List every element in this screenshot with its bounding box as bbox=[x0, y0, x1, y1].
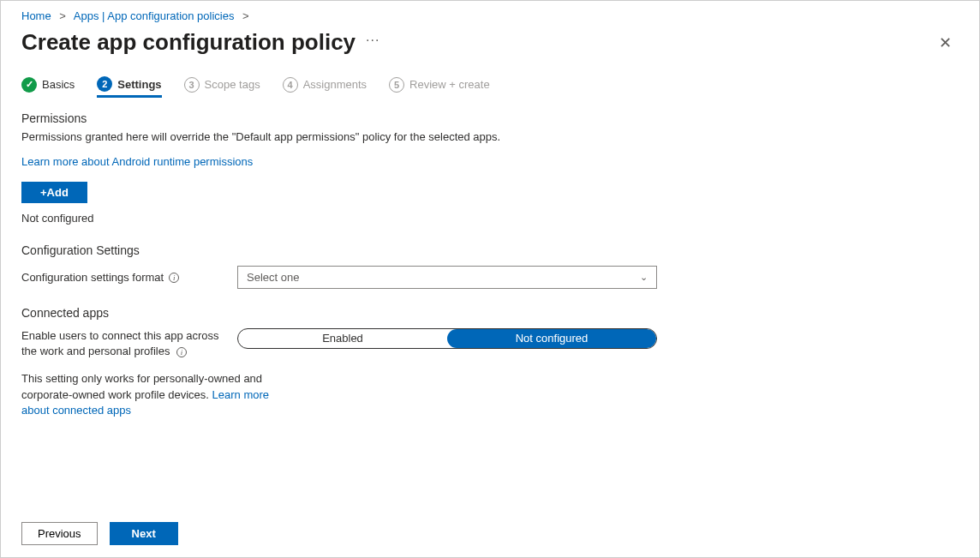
config-format-label: Configuration settings format i bbox=[21, 271, 237, 284]
learn-permissions-link[interactable]: Learn more about Android runtime permiss… bbox=[21, 155, 253, 168]
page-title: Create app configuration policy bbox=[21, 29, 356, 56]
permissions-status: Not configured bbox=[21, 212, 959, 225]
tab-label: Assignments bbox=[303, 78, 367, 91]
info-icon[interactable]: i bbox=[169, 273, 179, 283]
step-number-icon: 2 bbox=[97, 76, 112, 92]
close-icon[interactable]: ✕ bbox=[932, 30, 959, 56]
toggle-not-configured[interactable]: Not configured bbox=[447, 329, 656, 348]
chevron-right-icon: > bbox=[242, 9, 249, 22]
config-settings-heading: Configuration Settings bbox=[21, 243, 959, 257]
more-icon[interactable]: ··· bbox=[366, 33, 379, 48]
connected-apps-note: This setting only works for personally-o… bbox=[21, 371, 287, 418]
step-number-icon: 5 bbox=[389, 77, 404, 93]
next-button[interactable]: Next bbox=[110, 522, 178, 545]
chevron-down-icon: ⌄ bbox=[640, 272, 648, 283]
connected-apps-label: Enable users to connect this app across … bbox=[21, 328, 237, 359]
previous-button[interactable]: Previous bbox=[21, 522, 98, 545]
connected-apps-toggle[interactable]: Enabled Not configured bbox=[237, 328, 657, 349]
chevron-right-icon: > bbox=[59, 9, 66, 22]
connected-apps-heading: Connected apps bbox=[21, 306, 959, 320]
select-placeholder: Select one bbox=[247, 271, 299, 284]
footer-buttons: Previous Next bbox=[1, 510, 979, 557]
breadcrumb-apps[interactable]: Apps | App configuration policies bbox=[74, 9, 235, 22]
tab-label: Basics bbox=[42, 78, 75, 91]
tab-settings[interactable]: 2 Settings bbox=[97, 76, 161, 98]
wizard-tabs: ✓ Basics 2 Settings 3 Scope tags 4 Assig… bbox=[21, 76, 959, 98]
step-number-icon: 3 bbox=[184, 77, 200, 93]
tab-scope-tags[interactable]: 3 Scope tags bbox=[184, 77, 260, 98]
info-icon[interactable]: i bbox=[176, 347, 187, 357]
permissions-desc: Permissions granted here will override t… bbox=[21, 130, 959, 143]
breadcrumb: Home > Apps | App configuration policies… bbox=[21, 9, 959, 22]
config-format-select[interactable]: Select one ⌄ bbox=[237, 266, 657, 289]
tab-label: Settings bbox=[117, 78, 161, 91]
check-icon: ✓ bbox=[21, 77, 37, 93]
toggle-enabled[interactable]: Enabled bbox=[238, 329, 447, 348]
tab-review-create[interactable]: 5 Review + create bbox=[389, 77, 490, 98]
tab-assignments[interactable]: 4 Assignments bbox=[283, 77, 367, 98]
tab-basics[interactable]: ✓ Basics bbox=[21, 77, 75, 98]
tab-label: Scope tags bbox=[205, 78, 260, 91]
tab-label: Review + create bbox=[409, 78, 490, 91]
add-button[interactable]: +Add bbox=[21, 182, 87, 203]
step-number-icon: 4 bbox=[283, 77, 298, 93]
breadcrumb-home[interactable]: Home bbox=[21, 9, 51, 22]
permissions-heading: Permissions bbox=[21, 111, 959, 125]
